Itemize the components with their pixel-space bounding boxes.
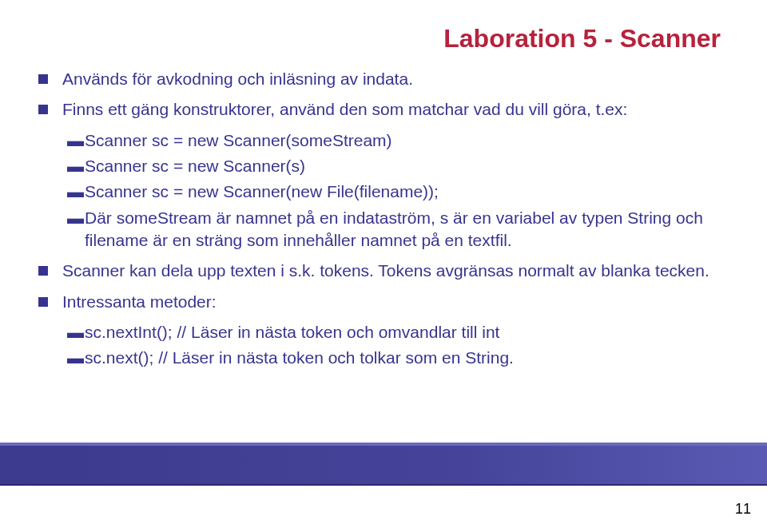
bullet-text: Intressanta metoder: — [62, 291, 729, 313]
slide: Laboration 5 - Scanner Används för avkod… — [0, 0, 767, 370]
bullet-text: Scanner kan dela upp texten i s.k. token… — [62, 260, 729, 282]
sub-text: Scanner sc = new Scanner(someStream) — [85, 129, 729, 152]
sub-item: ▬ sc.next(); // Läser in nästa token och… — [67, 347, 729, 369]
sub-text: sc.next(); // Läser in nästa token och t… — [85, 347, 729, 369]
sub-list: ▬ Scanner sc = new Scanner(someStream) ▬… — [67, 129, 729, 252]
dash-icon: ▬ — [67, 321, 85, 343]
sub-text: Där someStream är namnet på en indatastr… — [85, 207, 729, 252]
dash-icon: ▬ — [67, 155, 85, 177]
bullet-item: Finns ett gäng konstruktorer, använd den… — [38, 98, 729, 121]
page-number: 11 — [735, 501, 751, 518]
dash-icon: ▬ — [67, 347, 85, 369]
bullet-text: Finns ett gäng konstruktorer, använd den… — [62, 98, 729, 121]
sub-item: ▬ Scanner sc = new Scanner(new File(file… — [67, 181, 729, 203]
bullet-square-icon — [38, 297, 53, 313]
dash-icon: ▬ — [67, 207, 85, 252]
sub-item: ▬ Scanner sc = new Scanner(someStream) — [67, 129, 729, 152]
bullet-item: Används för avkodning och inläsning av i… — [38, 68, 729, 90]
sub-item: ▬ Scanner sc = new Scanner(s) — [67, 155, 729, 177]
bullet-item: Intressanta metoder: — [38, 291, 729, 313]
sub-text: sc.nextInt(); // Läser in nästa token oc… — [85, 321, 729, 343]
slide-title: Laboration 5 - Scanner — [38, 24, 729, 54]
bullet-square-icon — [38, 74, 53, 90]
sub-item: ▬ Där someStream är namnet på en indatas… — [67, 207, 729, 252]
bullet-item: Scanner kan dela upp texten i s.k. token… — [38, 260, 729, 282]
bullet-square-icon — [38, 266, 53, 282]
footer-band — [0, 443, 767, 486]
sub-text: Scanner sc = new Scanner(s) — [85, 155, 729, 177]
slide-content: Används för avkodning och inläsning av i… — [38, 68, 729, 370]
sub-item: ▬ sc.nextInt(); // Läser in nästa token … — [67, 321, 729, 343]
dash-icon: ▬ — [67, 129, 85, 152]
bullet-text: Används för avkodning och inläsning av i… — [62, 68, 729, 90]
sub-list: ▬ sc.nextInt(); // Läser in nästa token … — [67, 321, 729, 370]
dash-icon: ▬ — [67, 181, 85, 203]
sub-text: Scanner sc = new Scanner(new File(filena… — [85, 181, 729, 203]
bullet-square-icon — [38, 105, 53, 121]
